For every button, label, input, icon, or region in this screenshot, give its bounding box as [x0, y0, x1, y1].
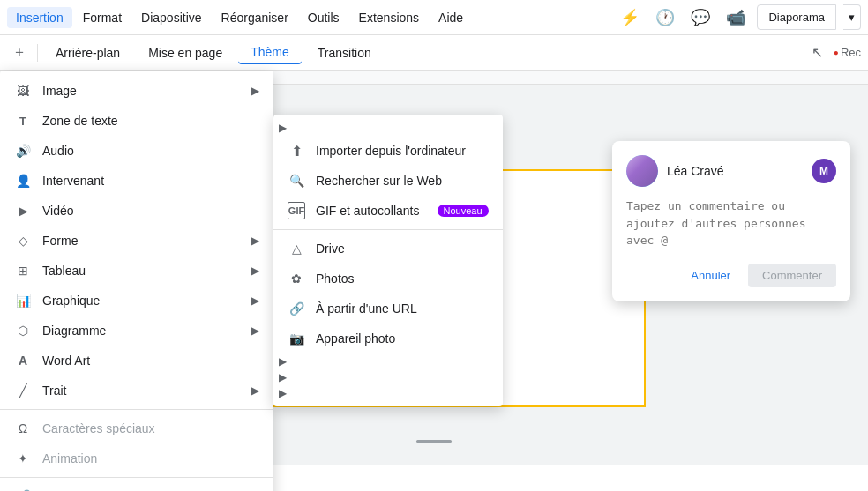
diagramme-arrow-icon: ▶ [251, 324, 259, 337]
forme-icon: ◇ [14, 232, 32, 249]
chat-icon[interactable]: 💬 [686, 4, 715, 32]
menu-aide[interactable]: Aide [430, 7, 472, 28]
caracteres-icon: Ω [14, 420, 32, 437]
image-submenu: ▶ ⬆ Importer depuis l'ordinateur 🔍 Reche… [273, 115, 503, 406]
video-call-icon[interactable]: 📹 [722, 4, 750, 32]
arrow-icon-2: ▶ [279, 355, 287, 368]
plus-icon: ＋ [12, 43, 26, 62]
intervenant-label: Intervenant [42, 174, 259, 188]
submenu-arrow-3: ▶ [273, 369, 503, 385]
submenu-item-photos[interactable]: ✿ Photos [273, 264, 503, 294]
user-avatar [626, 155, 658, 187]
intervenant-icon: 👤 [14, 172, 32, 190]
gif-label: GIF et autocollants [316, 204, 420, 218]
rechercher-icon: 🔍 [288, 172, 305, 190]
record-dot-icon: ● [834, 48, 839, 57]
menu-item-diagramme[interactable]: ⬡ Diagramme ▶ [0, 316, 273, 346]
separator-2 [0, 477, 273, 478]
add-slide-button[interactable]: ＋ [7, 41, 32, 65]
tableau-icon: ⊞ [14, 262, 32, 279]
menu-outils[interactable]: Outils [299, 7, 348, 28]
comment-header: Léa Cravé M [626, 155, 836, 187]
menu-item-lien[interactable]: 🔗 Lien Ctrl+K [0, 481, 273, 491]
insertion-dropdown: 🖼 Image ▶ T Zone de texte 🔊 Audio 👤 Inte… [0, 71, 273, 491]
photos-label: Photos [316, 272, 355, 286]
menu-item-graphique[interactable]: 📊 Graphique ▶ [0, 286, 273, 316]
image-arrow-icon: ▶ [251, 85, 259, 97]
zone-texte-label: Zone de texte [42, 114, 259, 128]
importer-label: Importer depuis l'ordinateur [316, 144, 466, 158]
submenu-arrow-1: ▶ [273, 120, 503, 136]
top-menu-bar: Insertion Format Diapositive Réorganiser… [0, 0, 868, 35]
word-art-label: Word Art [42, 353, 259, 368]
menu-extensions[interactable]: Extensions [350, 7, 428, 28]
animation-icon: ✦ [14, 450, 32, 467]
lightning-icon[interactable]: ⚡ [616, 4, 644, 32]
submenu-item-rechercher[interactable]: 🔍 Rechercher sur le Web [273, 166, 503, 196]
tab-mise-en-page[interactable]: Mise en page [136, 42, 235, 63]
graphique-arrow-icon: ▶ [251, 294, 259, 307]
comment-buttons: Annuler Commenter [677, 264, 836, 287]
submenu-arrow-2: ▶ [273, 353, 503, 369]
tab-transition[interactable]: Transition [305, 42, 384, 63]
url-icon: 🔗 [288, 300, 305, 317]
diagramme-icon: ⬡ [14, 322, 32, 339]
menu-format[interactable]: Format [74, 7, 131, 28]
menu-item-forme[interactable]: ◇ Forme ▶ [0, 226, 273, 256]
forme-arrow-icon: ▶ [251, 234, 259, 247]
menu-item-tableau[interactable]: ⊞ Tableau ▶ [0, 256, 273, 286]
submenu-item-url[interactable]: 🔗 À partir d'une URL [273, 294, 503, 324]
menu-item-video[interactable]: ▶ Vidéo [0, 196, 273, 226]
menu-item-image[interactable]: 🖼 Image ▶ [0, 76, 273, 106]
main-content: ⊸ Réorganiser Outils Extensions Aide 🖼 I… [0, 71, 868, 491]
menu-reorganiser[interactable]: Réorganiser [213, 7, 297, 28]
menu-bar: Insertion Format Diapositive Réorganiser… [7, 7, 472, 28]
arrow-icon-1: ▶ [279, 122, 287, 134]
diaporama-button[interactable]: Diaporama [757, 4, 836, 30]
pointer-icon[interactable]: ↖ [805, 41, 830, 65]
submenu-item-drive[interactable]: △ Drive [273, 234, 503, 264]
lien-icon: 🔗 [14, 487, 32, 491]
menu-item-intervenant[interactable]: 👤 Intervenant [0, 166, 273, 196]
submenu-item-photo[interactable]: 📷 Appareil photo [273, 324, 503, 353]
gif-icon: GIF [288, 202, 305, 219]
photo-icon: 📷 [288, 330, 305, 347]
comment-button[interactable]: Commenter [748, 264, 836, 287]
comment-actions: Annuler Commenter [626, 264, 836, 287]
tab-arriere-plan[interactable]: Arrière-plan [43, 42, 132, 63]
tableau-label: Tableau [42, 264, 241, 278]
submenu-item-gif[interactable]: GIF GIF et autocollants Nouveau [273, 196, 503, 226]
user-name: Léa Cravé [667, 164, 724, 178]
progress-bar [416, 440, 452, 443]
zone-texte-icon: T [14, 112, 32, 130]
diagramme-label: Diagramme [42, 324, 241, 338]
caracteres-label: Caractères spéciaux [42, 421, 259, 435]
rechercher-label: Rechercher sur le Web [316, 174, 442, 188]
separator-1 [0, 409, 273, 410]
menu-insertion[interactable]: Insertion [7, 7, 72, 28]
menu-diapositive[interactable]: Diapositive [132, 7, 210, 28]
cancel-button[interactable]: Annuler [677, 264, 745, 287]
photos-icon: ✿ [288, 270, 305, 287]
menu-item-word-art[interactable]: A Word Art [0, 346, 273, 376]
drive-label: Drive [316, 242, 345, 256]
graphique-label: Graphique [42, 294, 241, 308]
diaporama-arrow-button[interactable]: ▾ [843, 4, 861, 30]
comment-textarea[interactable] [626, 197, 836, 250]
menu-item-caracteres: Ω Caractères spéciaux [0, 413, 273, 443]
image-label: Image [42, 84, 241, 98]
tab-theme[interactable]: Thème [238, 41, 302, 64]
video-label: Vidéo [42, 204, 259, 218]
history-icon[interactable]: 🕐 [651, 4, 679, 32]
audio-label: Audio [42, 144, 259, 158]
gif-badge: Nouveau [438, 205, 489, 217]
menu-item-audio[interactable]: 🔊 Audio [0, 136, 273, 166]
photo-label: Appareil photo [316, 331, 395, 346]
submenu-item-importer[interactable]: ⬆ Importer depuis l'ordinateur [273, 136, 503, 166]
arrow-icon-3: ▶ [279, 371, 287, 383]
trait-icon: ╱ [14, 382, 32, 399]
menu-item-animation: ✦ Animation [0, 443, 273, 473]
menu-item-zone-texte[interactable]: T Zone de texte [0, 106, 273, 136]
menu-item-trait[interactable]: ╱ Trait ▶ [0, 376, 273, 405]
url-label: À partir d'une URL [316, 301, 417, 316]
